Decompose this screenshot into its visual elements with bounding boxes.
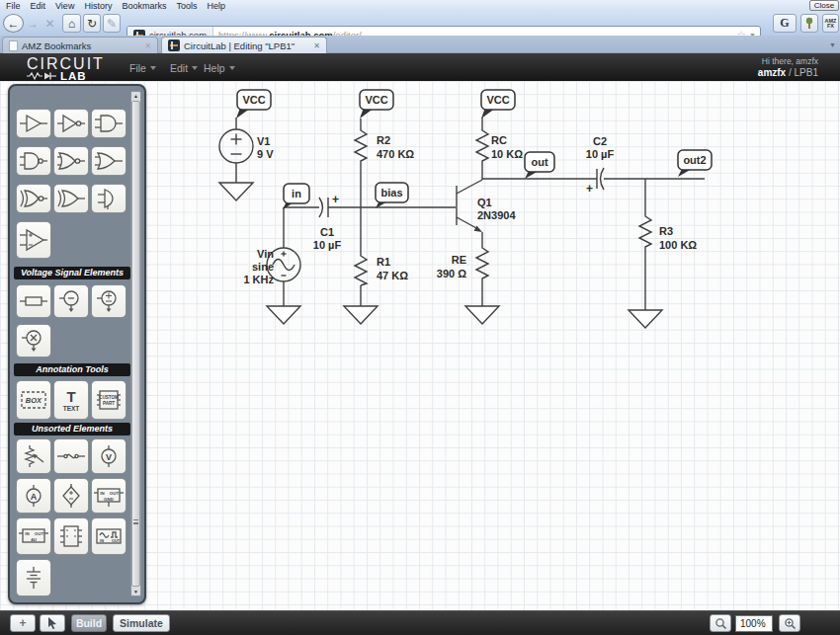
app-menu-file[interactable]: File bbox=[129, 62, 156, 74]
tool-op-amp[interactable] bbox=[16, 221, 51, 259]
chevron-down-icon bbox=[150, 66, 156, 70]
component-q1[interactable]: Q1 2N3904 bbox=[457, 180, 516, 232]
scroll-down-icon[interactable]: ▼ bbox=[131, 589, 140, 595]
tool-nand-gate[interactable] bbox=[16, 146, 51, 176]
menu-edit[interactable]: Edit bbox=[31, 1, 46, 11]
page-icon bbox=[9, 40, 18, 51]
net-tag-vcc1[interactable]: VCC bbox=[236, 90, 271, 119]
plant-toolbar-button[interactable] bbox=[800, 14, 818, 33]
net-tag-out2[interactable]: out2 bbox=[678, 150, 712, 177]
svg-text:C1: C1 bbox=[320, 226, 334, 238]
menu-bookmarks[interactable]: Bookmarks bbox=[122, 1, 166, 11]
component-vin[interactable]: Vin sine 1 KHz bbox=[243, 248, 300, 285]
stop-button[interactable]: ✕ bbox=[42, 14, 57, 33]
plant-icon bbox=[804, 17, 814, 30]
component-c1[interactable]: + C1 10 µF bbox=[313, 193, 342, 251]
tool-voltmeter[interactable]: V bbox=[91, 438, 126, 474]
amz-fx-toolbar-button[interactable]: AMZ FX bbox=[822, 14, 839, 33]
feed-button[interactable]: ✎ bbox=[103, 14, 121, 33]
svg-text:R3: R3 bbox=[659, 225, 673, 237]
tool-voltage-regulator[interactable]: INOUTGND bbox=[91, 478, 126, 514]
tool-transfer-block[interactable]: INOUT4U bbox=[16, 517, 51, 555]
svg-text:T: T bbox=[66, 388, 75, 405]
menu-file[interactable]: File bbox=[6, 1, 21, 11]
app-menu-help[interactable]: Help bbox=[204, 62, 235, 74]
component-palette: Voltage Signal Elements Annotation Tools… bbox=[8, 84, 146, 604]
svg-text:VCC: VCC bbox=[365, 94, 387, 106]
back-icon: ← bbox=[8, 17, 20, 31]
net-tag-out[interactable]: out bbox=[525, 152, 554, 179]
net-tag-in[interactable]: in bbox=[283, 184, 309, 209]
tool-current-source[interactable] bbox=[53, 284, 89, 318]
user-info: Hi there, amzfx amzfx / LPB1 bbox=[758, 56, 818, 78]
tool-ammeter[interactable]: A bbox=[16, 478, 51, 514]
tab-amz-bookmarks[interactable]: AMZ Bookmarks ✕ bbox=[2, 37, 158, 53]
component-v1[interactable]: V1 9 V bbox=[219, 129, 274, 163]
tool-dependent-source[interactable] bbox=[53, 478, 89, 514]
tool-text-annotation[interactable]: TTEXT bbox=[53, 380, 89, 420]
zoom-in-button[interactable] bbox=[779, 614, 800, 632]
palette-scrollbar[interactable]: ▲ ▼ bbox=[130, 91, 141, 596]
select-tool-button[interactable] bbox=[40, 614, 65, 632]
net-tag-vcc3[interactable]: VCC bbox=[481, 90, 515, 119]
svg-text:390 Ω: 390 Ω bbox=[437, 268, 466, 279]
build-button[interactable]: Build bbox=[71, 614, 107, 632]
menu-history[interactable]: History bbox=[84, 1, 112, 11]
tab-circuitlab[interactable]: CircuitLab | Editing "LPB1" ✕ bbox=[161, 37, 327, 53]
tab-close-icon[interactable]: ✕ bbox=[144, 41, 151, 50]
simulate-button[interactable]: Simulate bbox=[113, 614, 170, 632]
list-all-tabs-icon[interactable]: ▼ bbox=[829, 41, 836, 48]
svg-text:out2: out2 bbox=[683, 154, 706, 166]
remote-close-button[interactable]: Close bbox=[809, 0, 839, 11]
tool-and-gate[interactable] bbox=[91, 109, 126, 138]
tool-ic[interactable] bbox=[53, 517, 89, 555]
scroll-up-icon[interactable]: ▲ bbox=[131, 93, 140, 99]
palette-scrollbar-thumb[interactable] bbox=[131, 101, 140, 587]
tool-xnor-gate[interactable] bbox=[16, 184, 51, 213]
tool-or-gate[interactable] bbox=[91, 146, 126, 176]
menu-view[interactable]: View bbox=[55, 1, 74, 11]
tool-fuse[interactable] bbox=[53, 438, 89, 474]
back-button[interactable]: ← bbox=[3, 14, 24, 33]
schematic-canvas[interactable]: V1 9 V Vin sine 1 KHz + C1 10 µF bbox=[0, 81, 840, 610]
zoom-out-button[interactable] bbox=[710, 614, 731, 632]
tool-voltage-element[interactable] bbox=[16, 284, 51, 318]
svg-text:VCC: VCC bbox=[486, 94, 509, 106]
svg-text:OUT: OUT bbox=[110, 491, 120, 496]
tool-inverter[interactable] bbox=[53, 109, 89, 138]
google-search-button[interactable]: G bbox=[773, 14, 797, 33]
component-c2[interactable]: + C2 10 µF bbox=[586, 135, 615, 196]
svg-text:OUT: OUT bbox=[35, 531, 44, 536]
menu-help[interactable]: Help bbox=[207, 1, 225, 11]
zoom-level-input[interactable] bbox=[735, 615, 773, 632]
tool-box-annotation[interactable]: BOX bbox=[16, 380, 51, 420]
refresh-button[interactable]: ↻ bbox=[83, 14, 101, 33]
tool-function-block[interactable]: INOUT bbox=[91, 517, 126, 555]
component-r3[interactable]: R3 100 KΩ bbox=[639, 212, 697, 255]
tool-multiplier[interactable] bbox=[16, 324, 51, 357]
tool-battery[interactable] bbox=[16, 559, 51, 596]
net-tag-bias[interactable]: bias bbox=[376, 183, 408, 208]
app-menu-edit[interactable]: Edit bbox=[170, 62, 198, 74]
add-element-button[interactable]: + bbox=[10, 614, 36, 632]
tool-xor-gate[interactable] bbox=[53, 184, 89, 213]
menu-tools[interactable]: Tools bbox=[176, 1, 197, 11]
tool-nor-gate[interactable] bbox=[53, 146, 89, 176]
amz-icon-line2: FX bbox=[827, 24, 834, 29]
tool-custom-part[interactable]: CUSTOMPART bbox=[91, 380, 126, 420]
home-button[interactable]: ⌂ bbox=[62, 14, 81, 33]
component-r2[interactable]: R2 470 KΩ bbox=[355, 126, 414, 166]
component-rc[interactable]: RC 10 KΩ bbox=[476, 126, 523, 166]
net-tag-vcc2[interactable]: VCC bbox=[360, 90, 393, 119]
breadcrumb[interactable]: amzfx / LPB1 bbox=[758, 67, 818, 78]
forward-button[interactable]: → bbox=[26, 14, 40, 33]
tool-mux[interactable] bbox=[91, 184, 126, 213]
tool-potentiometer[interactable] bbox=[16, 438, 51, 474]
tab-close-icon[interactable]: ✕ bbox=[313, 41, 320, 50]
component-re[interactable]: RE 390 Ω bbox=[437, 244, 488, 282]
tool-buffer[interactable] bbox=[16, 109, 51, 138]
component-r1[interactable]: R1 47 KΩ bbox=[355, 252, 408, 285]
tool-voltage-source[interactable] bbox=[91, 284, 126, 318]
svg-text:IN: IN bbox=[100, 491, 104, 496]
svg-text:Q1: Q1 bbox=[477, 197, 492, 208]
